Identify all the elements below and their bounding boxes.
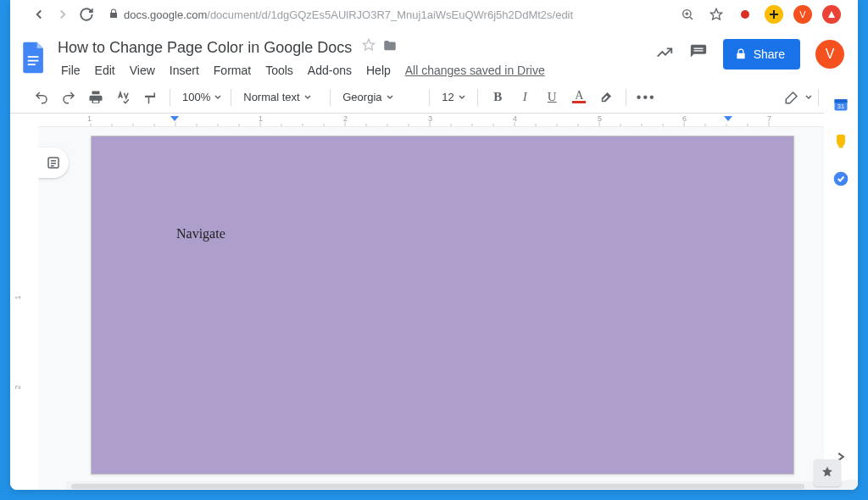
share-label: Share: [754, 47, 785, 61]
zoom-chrome-icon[interactable]: [678, 5, 697, 24]
chevron-down-icon: [458, 93, 466, 102]
profile-avatar[interactable]: V: [815, 40, 844, 69]
svg-marker-47: [724, 116, 732, 121]
comments-icon[interactable]: [689, 43, 708, 65]
explore-button[interactable]: [814, 459, 841, 486]
url-path: /document/d/1dgGQzEs5AUlRJO3R7_Mnuj1aiWs…: [207, 8, 573, 21]
italic-button[interactable]: I: [514, 86, 536, 108]
activity-icon[interactable]: [655, 43, 674, 65]
font-dropdown[interactable]: Georgia: [339, 91, 420, 103]
indent-marker-right[interactable]: [723, 115, 733, 125]
menu-insert[interactable]: Insert: [163, 62, 206, 79]
extension-icon-2[interactable]: [765, 5, 783, 24]
paint-format-button[interactable]: [139, 86, 161, 108]
styles-dropdown[interactable]: Normal text: [240, 91, 321, 103]
svg-rect-9: [28, 64, 36, 65]
extension-icon-3[interactable]: [822, 5, 841, 24]
menu-file[interactable]: File: [54, 62, 87, 79]
highlight-button[interactable]: [595, 86, 617, 108]
svg-text:31: 31: [837, 103, 844, 110]
docs-logo[interactable]: [17, 36, 51, 80]
app-header: How to Change Page Color in Google Docs …: [10, 29, 858, 81]
menu-edit[interactable]: Edit: [88, 62, 122, 79]
doc-title[interactable]: How to Change Page Color in Google Docs: [54, 39, 355, 57]
ruler-h-num: 7: [767, 114, 771, 123]
keep-panel-icon[interactable]: [832, 132, 850, 151]
menu-view[interactable]: View: [123, 62, 162, 79]
more-tools-icon[interactable]: •••: [635, 86, 657, 108]
profile-chrome-avatar[interactable]: V: [793, 5, 812, 24]
extension-icon-1[interactable]: [736, 5, 754, 24]
tasks-panel-icon[interactable]: [832, 169, 850, 188]
spellcheck-button[interactable]: [112, 86, 134, 108]
document-page[interactable]: Navigate: [91, 136, 794, 475]
vertical-ruler[interactable]: 1 2: [10, 127, 38, 490]
svg-line-1: [690, 17, 693, 19]
underline-button[interactable]: U: [541, 86, 563, 108]
menu-format[interactable]: Format: [207, 62, 258, 79]
calendar-panel-icon[interactable]: 31: [832, 95, 850, 114]
ruler-h-num: 6: [682, 114, 687, 123]
ruler-h-num: 2: [343, 114, 348, 123]
text-color-button[interactable]: A: [568, 86, 590, 108]
svg-rect-7: [28, 56, 39, 58]
svg-rect-11: [693, 48, 703, 49]
back-button[interactable]: [27, 3, 51, 26]
indent-marker-left[interactable]: [170, 115, 180, 125]
ruler-h-num: 4: [513, 114, 517, 123]
reload-button[interactable]: [75, 3, 98, 26]
redo-button[interactable]: [58, 86, 80, 108]
svg-marker-46: [170, 116, 179, 121]
editing-mode-button[interactable]: [781, 86, 803, 108]
ruler-v-num: 1: [14, 295, 22, 299]
ruler-h-num: 1: [87, 114, 92, 123]
star-icon[interactable]: [707, 5, 726, 24]
ruler-h-num: 3: [428, 114, 432, 123]
share-button[interactable]: Share: [723, 39, 800, 69]
doc-body-text[interactable]: Navigate: [176, 226, 225, 242]
menu-bar: File Edit View Insert Format Tools Add-o…: [54, 59, 655, 81]
chevron-down-icon: [303, 93, 312, 102]
zoom-dropdown[interactable]: 100%: [179, 91, 222, 103]
ruler-h-num: 5: [598, 114, 602, 123]
scrollbar-thumb[interactable]: [71, 484, 804, 489]
url-domain: docs.google.com: [124, 8, 207, 21]
bold-button[interactable]: B: [487, 86, 509, 108]
address-bar[interactable]: docs.google.com/document/d/1dgGQzEs5AUlR…: [108, 8, 668, 21]
move-folder-icon[interactable]: [382, 38, 398, 57]
horizontal-scrollbar[interactable]: [66, 481, 846, 490]
svg-marker-10: [364, 39, 375, 50]
browser-chrome: docs.google.com/document/d/1dgGQzEs5AUlR…: [20, 0, 848, 29]
print-button[interactable]: [85, 86, 107, 108]
star-doc-icon[interactable]: [362, 38, 376, 57]
doc-canvas[interactable]: Navigate: [38, 127, 858, 490]
forward-button[interactable]: [51, 3, 75, 26]
document-outline-button[interactable]: [38, 147, 69, 178]
undo-button[interactable]: [31, 86, 53, 108]
lock-icon: [108, 8, 119, 21]
menu-addons[interactable]: Add-ons: [301, 62, 359, 79]
svg-marker-4: [710, 8, 721, 19]
ruler-v-num: 2: [14, 385, 22, 389]
chevron-down-icon: [804, 93, 813, 102]
svg-marker-6: [828, 11, 835, 18]
format-toolbar: 100% Normal text Georgia 12 B I U A •••: [10, 81, 858, 114]
menu-tools[interactable]: Tools: [259, 62, 300, 79]
svg-point-5: [741, 10, 749, 19]
menu-help[interactable]: Help: [359, 62, 398, 79]
side-panel: 31: [824, 81, 858, 480]
horizontal-ruler[interactable]: 1 1 2 3 4 5 6 7: [38, 114, 858, 127]
save-status[interactable]: All changes saved in Drive: [405, 64, 545, 77]
ruler-h-num: 1: [259, 114, 263, 123]
chevron-down-icon: [386, 93, 394, 102]
svg-rect-8: [28, 60, 39, 62]
svg-rect-12: [693, 50, 703, 51]
lock-share-icon: [735, 48, 747, 60]
chevron-down-icon: [214, 93, 222, 102]
font-size-dropdown[interactable]: 12: [438, 91, 469, 103]
